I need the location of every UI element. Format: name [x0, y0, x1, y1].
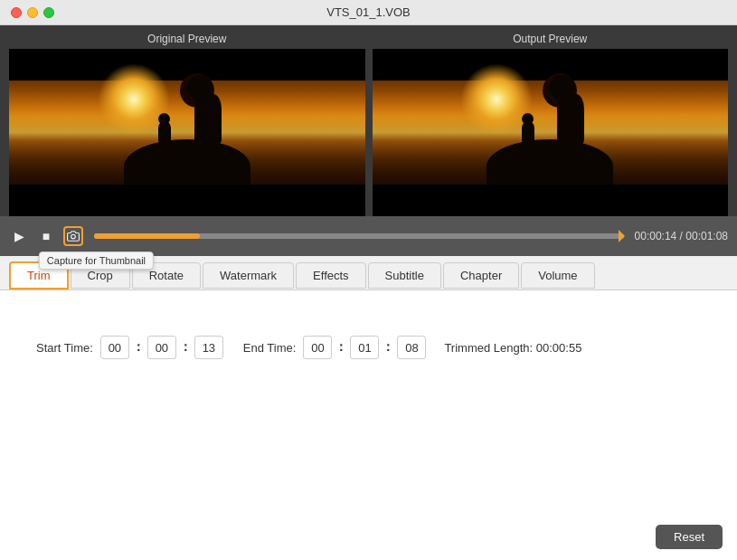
output-cub-head	[522, 113, 534, 125]
end-sep1: ：	[335, 339, 347, 356]
end-time-group: ： ：	[303, 336, 426, 359]
tab-effects[interactable]: Effects	[296, 262, 366, 289]
start-min-input[interactable]	[147, 336, 176, 359]
output-black-bar-bottom	[373, 185, 729, 216]
original-preview-panel: Original Preview	[9, 33, 365, 216]
original-preview-label: Original Preview	[9, 33, 365, 45]
stop-button[interactable]: ■	[36, 226, 56, 246]
edit-panel: Start Time: ： ： End Time: ： ： Trimmed Le…	[0, 290, 737, 560]
camera-tooltip-container: Capture for Thumbnail	[63, 226, 83, 246]
tab-volume[interactable]: Volume	[521, 262, 594, 289]
seek-handle	[619, 230, 625, 242]
trim-row: Start Time: ： ： End Time: ： ： Trimmed Le…	[36, 336, 719, 359]
start-time-label: Start Time:	[36, 341, 93, 355]
tab-watermark[interactable]: Watermark	[203, 262, 294, 289]
cub-body	[158, 122, 171, 142]
start-time-group: ： ：	[100, 336, 223, 359]
start-hour-input[interactable]	[100, 336, 129, 359]
output-lion-body	[557, 94, 584, 144]
black-bar-bottom	[9, 185, 365, 216]
svg-point-0	[71, 234, 76, 239]
seek-bar[interactable]	[94, 233, 624, 239]
original-video	[9, 49, 365, 216]
tab-chapter[interactable]: Chapter	[443, 262, 519, 289]
thumbnail-tooltip: Capture for Thumbnail	[39, 252, 154, 270]
lion-head	[187, 75, 213, 100]
time-display: 00:00:14 / 00:01:08	[635, 230, 728, 242]
output-preview-label: Output Preview	[373, 33, 729, 45]
end-time-label: End Time:	[243, 341, 297, 355]
close-button[interactable]	[11, 7, 22, 18]
video-scene	[9, 49, 365, 216]
start-sep1: ：	[132, 339, 145, 356]
end-sec-input[interactable]	[397, 336, 426, 359]
output-video-scene	[373, 49, 729, 216]
start-sec-input[interactable]	[194, 336, 223, 359]
time-sep: /	[676, 230, 685, 242]
start-sep2: ：	[179, 339, 192, 356]
current-time: 00:00:14	[635, 230, 677, 242]
lion-body	[194, 94, 222, 144]
seek-bar-fill	[94, 233, 200, 239]
output-preview-panel: Output Preview	[373, 33, 729, 216]
total-time: 00:01:08	[685, 230, 728, 242]
trimmed-length-label: Trimmed Length: 00:00:55	[444, 341, 581, 355]
end-hour-input[interactable]	[303, 336, 332, 359]
window-controls	[11, 7, 54, 18]
end-sep2: ：	[382, 339, 394, 356]
preview-area: Original Preview Output Preview	[0, 25, 737, 216]
window-title: VTS_01_1.VOB	[326, 5, 411, 19]
controls-bar: ▶ ■ Capture for Thumbnail 00:00:14 / 00:…	[0, 216, 737, 256]
reset-button[interactable]: Reset	[656, 525, 723, 549]
titlebar: VTS_01_1.VOB	[0, 0, 737, 25]
end-min-input[interactable]	[350, 336, 379, 359]
minimize-button[interactable]	[27, 7, 38, 18]
main-content: Original Preview Output Preview	[0, 25, 737, 560]
maximize-button[interactable]	[43, 7, 54, 18]
play-button[interactable]: ▶	[9, 226, 29, 246]
tab-subtitle[interactable]: Subtitle	[368, 262, 441, 289]
capture-thumbnail-button[interactable]	[63, 226, 83, 246]
output-cub-body	[522, 122, 534, 142]
output-video	[373, 49, 729, 216]
